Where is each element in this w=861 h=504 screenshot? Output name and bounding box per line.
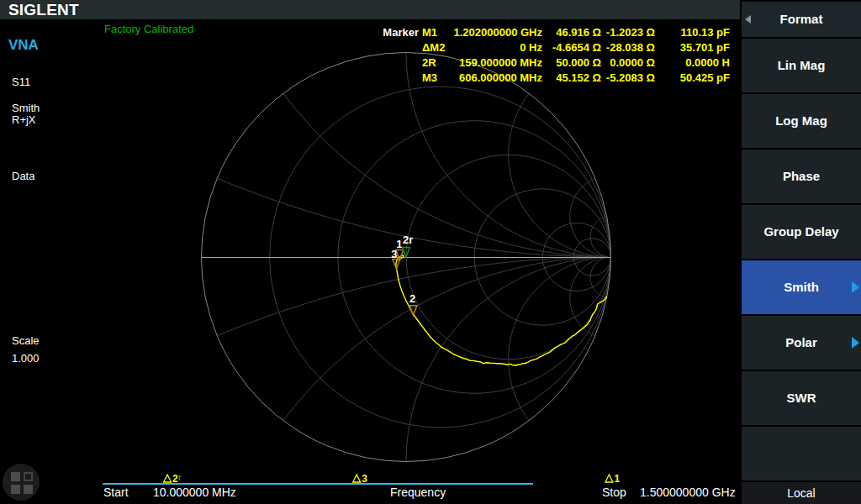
marker-cell-x: -5.2083 Ω [601,71,655,86]
menu-item-swr[interactable]: SWR [742,371,861,425]
softkey-menu: Format Lin MagLog MagPhaseGroup DelaySmi… [740,0,861,504]
menu-back-arrow-icon [745,15,751,24]
axis-marker-number-3: 3 [362,473,367,485]
axis-marker-flag-3 [353,475,361,482]
local-button[interactable]: Local [742,482,861,504]
grid-square-2 [24,472,33,481]
grid-reactance-arc [509,257,608,421]
axis-marker-ref-suffix-2: r [178,473,182,482]
start-label[interactable]: Start [103,486,129,499]
menu-item-blank-7[interactable] [742,427,861,480]
marker-table: MarkerM11.202000000 GHz46.916 Ω-1.2023 Ω… [383,25,730,86]
marker-row-ΔM2: ΔM20 Hz-4.6654 Ω-28.038 Ω35.701 pF [383,40,730,55]
menu-title-text: Format [780,12,823,26]
grid-square-1 [11,472,20,481]
menu-item-smith[interactable]: Smith [742,260,861,314]
axis-marker-flag-1 [605,475,613,482]
marker-cell-x: -1.2023 Ω [601,25,655,40]
axis-marker-flag-2 [164,475,172,482]
chart-marker-label-2: 2 [409,292,415,305]
marker-cell-freq: 159.000000 MHz [448,55,542,71]
submenu-arrow-icon [852,281,859,293]
axis-marker-number-1: 1 [614,473,620,485]
grid-square-4 [24,485,33,494]
axis-marker-flags: 2r31 [0,469,740,486]
marker-cell-cl: 50.425 pF [655,71,730,86]
grid-reactance-arc [570,257,608,336]
stop-label[interactable]: Stop [602,486,626,499]
marker-cell-r: -4.6654 Ω [542,40,601,55]
marker-cell-x: 0.0000 Ω [601,55,655,71]
axis-label: Frequency [390,486,446,499]
vna-screen: SIGLENT Factory Calibrated VNA S11 Smith… [0,0,861,504]
marker-cell-name: 2R [422,55,448,71]
menu-title-format[interactable]: Format [742,2,861,37]
marker-cell-cl: 0.0000 H [655,55,730,71]
marker-cell-r: 50.000 Ω [542,55,601,71]
marker-cell-freq: 0 Hz [448,40,542,55]
chart-marker-label-2r: 2r [403,234,413,246]
marker-cell-r: 45.152 Ω [542,71,601,86]
start-frequency-value[interactable]: 10.000000 MHz [153,486,236,499]
grid-square-3 [11,485,20,494]
marker-row-2R: 2R159.000000 MHz50.000 Ω0.0000 Ω0.0000 H [383,55,730,71]
marker-cell-name: M3 [422,71,448,86]
marker-row-M1: MarkerM11.202000000 GHz46.916 Ω-1.2023 Ω… [383,25,730,40]
chart-marker-label-3: 3 [391,248,397,260]
home-grid-icon[interactable] [3,464,40,501]
marker-cell-label: Marker [383,25,419,40]
marker-cell-cl: 35.701 pF [655,40,730,55]
marker-cell-freq: 606.000000 MHz [448,71,542,86]
grid-reactance-arc [570,178,608,257]
marker-cell-r: 46.916 Ω [542,25,601,40]
marker-cell-cl: 110.13 pF [655,25,730,40]
stop-frequency-value[interactable]: 1.500000000 GHz [640,486,736,499]
menu-item-polar[interactable]: Polar [742,316,861,370]
grid-reactance-arc [509,93,608,257]
menu-item-lin-mag[interactable]: Lin Mag [742,39,861,92]
axis-marker-number-2: 2 [172,473,178,485]
menu-item-phase[interactable]: Phase [742,150,861,203]
marker-cell-freq: 1.202000000 GHz [448,25,542,40]
menu-item-group-delay[interactable]: Group Delay [742,205,861,259]
grid-reactance-arc [283,93,608,257]
grid-reactance-arc [283,257,608,421]
marker-cell-name: M1 [422,25,448,40]
submenu-arrow-icon [852,337,859,349]
marker-cell-x: -28.038 Ω [601,40,655,55]
marker-cell-name: ΔM2 [422,40,448,55]
menu-item-log-mag[interactable]: Log Mag [742,94,861,148]
marker-row-M3: M3606.000000 MHz45.152 Ω-5.2083 Ω50.425 … [383,71,730,86]
